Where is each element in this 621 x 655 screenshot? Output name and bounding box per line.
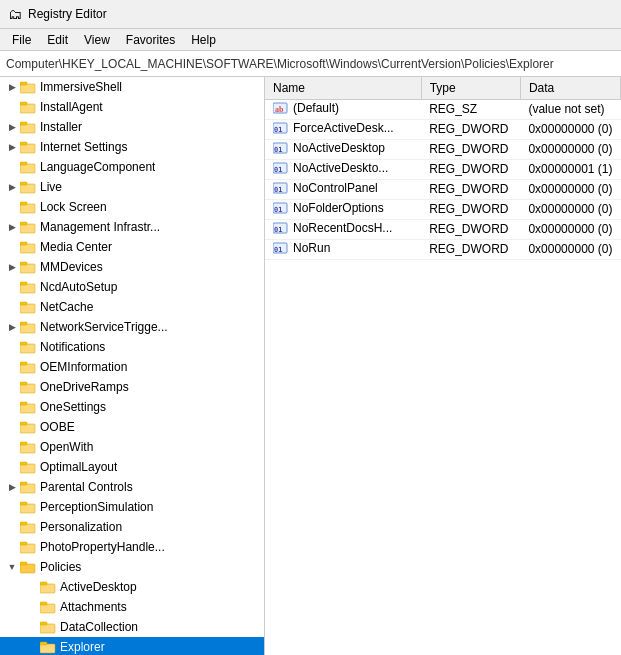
reg-name-cell: 01 NoFolderOptions — [265, 199, 421, 219]
tree-item-live[interactable]: Live — [0, 177, 264, 197]
folder-icon-datacollection — [40, 620, 56, 634]
expand-arrow-networkservicetrigge[interactable] — [4, 322, 20, 332]
tree-item-personalization[interactable]: Personalization — [0, 517, 264, 537]
menu-item-view[interactable]: View — [76, 31, 118, 49]
tree-item-mmdevices[interactable]: MMDevices — [0, 257, 264, 277]
table-row[interactable]: ab (Default)REG_SZ(value not set) — [265, 99, 621, 119]
svg-rect-56 — [40, 644, 55, 653]
tree-item-installagent[interactable]: InstallAgent — [0, 97, 264, 117]
svg-rect-11 — [20, 182, 27, 185]
tree-item-internetsettings[interactable]: Internet Settings — [0, 137, 264, 157]
table-row[interactable]: 01 NoActiveDesktopREG_DWORD0x00000000 (0… — [265, 139, 621, 159]
table-row[interactable]: 01 NoControlPanelREG_DWORD0x00000000 (0) — [265, 179, 621, 199]
menu-item-edit[interactable]: Edit — [39, 31, 76, 49]
tree-item-installer[interactable]: Installer — [0, 117, 264, 137]
tree-item-onesettings[interactable]: OneSettings — [0, 397, 264, 417]
svg-rect-4 — [20, 124, 35, 133]
tree-item-optimallayout[interactable]: OptimalLayout — [0, 457, 264, 477]
tree-label-internetsettings: Internet Settings — [40, 140, 127, 154]
tree-item-netcache[interactable]: NetCache — [0, 297, 264, 317]
svg-rect-23 — [20, 302, 27, 305]
reg-data-cell: (value not set) — [520, 99, 620, 119]
tree-item-activedesktop[interactable]: ActiveDesktop — [0, 577, 264, 597]
menu-item-favorites[interactable]: Favorites — [118, 31, 183, 49]
svg-text:01: 01 — [274, 146, 282, 154]
folder-icon-managementinfrastr — [20, 220, 36, 234]
right-panel[interactable]: Name Type Data ab (Default)REG_SZ(value … — [265, 77, 621, 655]
table-row[interactable]: 01 NoFolderOptionsREG_DWORD0x00000000 (0… — [265, 199, 621, 219]
col-name[interactable]: Name — [265, 77, 421, 99]
tree-item-networkservicetrigge[interactable]: NetworkServiceTrigge... — [0, 317, 264, 337]
expand-arrow-internetsettings[interactable] — [4, 142, 20, 152]
reg-type-cell: REG_SZ — [421, 99, 520, 119]
tree-item-explorer[interactable]: Explorer — [0, 637, 264, 655]
expand-arrow-policies[interactable] — [4, 562, 20, 572]
svg-text:01: 01 — [274, 206, 282, 214]
svg-rect-33 — [20, 402, 27, 405]
menu-bar: FileEditViewFavoritesHelp — [0, 29, 621, 51]
expand-arrow-installer[interactable] — [4, 122, 20, 132]
table-row[interactable]: 01 ForceActiveDesk...REG_DWORD0x00000000… — [265, 119, 621, 139]
tree-item-ncdautosetup[interactable]: NcdAutoSetup — [0, 277, 264, 297]
tree-item-oobe[interactable]: OOBE — [0, 417, 264, 437]
tree-item-parentalcontrols[interactable]: Parental Controls — [0, 477, 264, 497]
tree-item-mediacenter[interactable]: Media Center — [0, 237, 264, 257]
col-data[interactable]: Data — [520, 77, 620, 99]
menu-item-help[interactable]: Help — [183, 31, 224, 49]
tree-panel[interactable]: ImmersiveShell InstallAgent Installer In… — [0, 77, 265, 655]
col-type[interactable]: Type — [421, 77, 520, 99]
tree-item-perceptionsimulation[interactable]: PerceptionSimulation — [0, 497, 264, 517]
reg-icon-dword: 01 NoActiveDesktop — [273, 141, 385, 155]
tree-label-languagecomponent: LanguageComponent — [40, 160, 155, 174]
expand-arrow-live[interactable] — [4, 182, 20, 192]
expand-arrow-immersiveshell[interactable] — [4, 82, 20, 92]
tree-item-policies[interactable]: Policies — [0, 557, 264, 577]
reg-icon-dword: 01 NoActiveDesktо... — [273, 161, 388, 175]
svg-rect-0 — [20, 84, 35, 93]
tree-item-notifications[interactable]: Notifications — [0, 337, 264, 357]
svg-rect-22 — [20, 304, 35, 313]
tree-item-immersiveshell[interactable]: ImmersiveShell — [0, 77, 264, 97]
expand-arrow-managementinfrastr[interactable] — [4, 222, 20, 232]
tree-label-notifications: Notifications — [40, 340, 105, 354]
reg-icon-dword: 01 ForceActiveDesk... — [273, 121, 394, 135]
svg-rect-50 — [40, 584, 55, 593]
folder-icon-openwith — [20, 440, 36, 454]
folder-icon-explorer — [40, 640, 56, 654]
svg-rect-49 — [20, 562, 27, 565]
svg-rect-18 — [20, 264, 35, 273]
table-row[interactable]: 01 NoActiveDesktо...REG_DWORD0x00000001 … — [265, 159, 621, 179]
tree-label-datacollection: DataCollection — [60, 620, 138, 634]
svg-rect-28 — [20, 364, 35, 373]
tree-item-oeminformation[interactable]: OEMInformation — [0, 357, 264, 377]
tree-label-installer: Installer — [40, 120, 82, 134]
expand-arrow-mmdevices[interactable] — [4, 262, 20, 272]
svg-rect-39 — [20, 462, 27, 465]
tree-item-lockscreen[interactable]: Lock Screen — [0, 197, 264, 217]
svg-rect-47 — [20, 542, 27, 545]
tree-item-onedriveramps[interactable]: OneDriveRamps — [0, 377, 264, 397]
tree-item-managementinfrastr[interactable]: Management Infrastr... — [0, 217, 264, 237]
svg-rect-32 — [20, 404, 35, 413]
reg-icon-sz: ab (Default) — [273, 101, 339, 115]
svg-rect-16 — [20, 244, 35, 253]
tree-item-photopropertyhandle[interactable]: PhotoPropertyHandle... — [0, 537, 264, 557]
reg-data-cell: 0x00000000 (0) — [520, 239, 620, 259]
tree-item-openwith[interactable]: OpenWith — [0, 437, 264, 457]
table-row[interactable]: 01 NoRunREG_DWORD0x00000000 (0) — [265, 239, 621, 259]
tree-item-languagecomponent[interactable]: LanguageComponent — [0, 157, 264, 177]
menu-item-file[interactable]: File — [4, 31, 39, 49]
svg-text:01: 01 — [274, 186, 282, 194]
tree-item-datacollection[interactable]: DataCollection — [0, 617, 264, 637]
table-row[interactable]: 01 NoRecentDocsH...REG_DWORD0x00000000 (… — [265, 219, 621, 239]
reg-icon-dword: 01 NoRecentDocsH... — [273, 221, 392, 235]
reg-name: (Default) — [293, 101, 339, 115]
tree-label-immersiveshell: ImmersiveShell — [40, 80, 122, 94]
svg-rect-24 — [20, 324, 35, 333]
tree-label-ncdautosetup: NcdAutoSetup — [40, 280, 117, 294]
reg-data-cell: 0x00000000 (0) — [520, 219, 620, 239]
folder-icon-immersiveshell — [20, 80, 36, 94]
svg-rect-34 — [20, 424, 35, 433]
expand-arrow-parentalcontrols[interactable] — [4, 482, 20, 492]
tree-item-attachments[interactable]: Attachments — [0, 597, 264, 617]
